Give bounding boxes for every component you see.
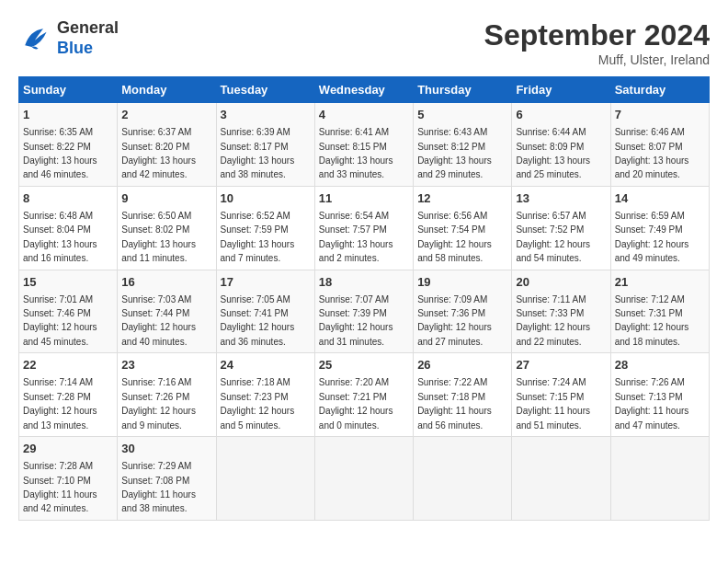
title-block: September 2024 Muff, Ulster, Ireland — [484, 18, 710, 67]
day-cell: 13 Sunrise: 6:57 AMSunset: 7:52 PMDaylig… — [512, 186, 610, 270]
day-info: Sunrise: 6:57 AMSunset: 7:52 PMDaylight:… — [516, 211, 590, 263]
calendar-table: SundayMondayTuesdayWednesdayThursdayFrid… — [18, 76, 710, 521]
day-number: 23 — [121, 357, 211, 373]
day-number: 10 — [221, 190, 311, 207]
day-number: 5 — [417, 107, 507, 123]
day-cell: 1 Sunrise: 6:35 AMSunset: 8:22 PMDayligh… — [19, 103, 118, 187]
day-cell: 26 Sunrise: 7:22 AMSunset: 7:18 PMDaylig… — [414, 353, 512, 437]
day-number: 29 — [23, 441, 113, 457]
day-cell: 10 Sunrise: 6:52 AMSunset: 7:59 PMDaylig… — [216, 186, 314, 270]
day-info: Sunrise: 7:01 AMSunset: 7:46 PMDaylight:… — [23, 294, 97, 347]
column-header-tuesday: Tuesday — [216, 77, 314, 103]
day-cell: 18 Sunrise: 7:07 AMSunset: 7:39 PMDaylig… — [314, 270, 413, 353]
day-cell: 22 Sunrise: 7:14 AMSunset: 7:28 PMDaylig… — [19, 353, 118, 437]
day-number: 18 — [319, 274, 409, 291]
day-number: 17 — [221, 274, 311, 291]
day-number: 1 — [23, 107, 113, 123]
day-info: Sunrise: 6:37 AMSunset: 8:20 PMDaylight:… — [121, 127, 196, 179]
column-header-monday: Monday — [118, 77, 216, 103]
day-cell: 6 Sunrise: 6:44 AMSunset: 8:09 PMDayligh… — [512, 103, 610, 187]
day-number: 9 — [121, 190, 211, 207]
day-info: Sunrise: 7:03 AMSunset: 7:44 PMDaylight:… — [121, 294, 196, 347]
day-info: Sunrise: 6:44 AMSunset: 8:09 PMDaylight:… — [516, 127, 590, 179]
day-info: Sunrise: 7:20 AMSunset: 7:21 PMDaylight:… — [319, 377, 393, 430]
day-info: Sunrise: 7:07 AMSunset: 7:39 PMDaylight:… — [319, 294, 393, 347]
day-info: Sunrise: 6:48 AMSunset: 8:04 PMDaylight:… — [23, 211, 97, 263]
day-number: 28 — [615, 357, 705, 373]
day-number: 4 — [319, 107, 409, 123]
day-number: 21 — [615, 274, 705, 291]
week-row-3: 15 Sunrise: 7:01 AMSunset: 7:46 PMDaylig… — [19, 270, 710, 353]
day-info: Sunrise: 6:50 AMSunset: 8:02 PMDaylight:… — [121, 211, 196, 263]
day-cell: 7 Sunrise: 6:46 AMSunset: 8:07 PMDayligh… — [610, 103, 709, 187]
logo-text: General Blue — [57, 18, 119, 58]
week-row-2: 8 Sunrise: 6:48 AMSunset: 8:04 PMDayligh… — [19, 186, 710, 270]
day-cell — [610, 437, 709, 521]
day-cell: 12 Sunrise: 6:56 AMSunset: 7:54 PMDaylig… — [414, 186, 512, 270]
day-cell: 19 Sunrise: 7:09 AMSunset: 7:36 PMDaylig… — [414, 270, 512, 353]
column-header-wednesday: Wednesday — [314, 77, 413, 103]
day-cell: 20 Sunrise: 7:11 AMSunset: 7:33 PMDaylig… — [512, 270, 610, 353]
day-number: 12 — [417, 190, 507, 207]
day-info: Sunrise: 7:09 AMSunset: 7:36 PMDaylight:… — [417, 294, 492, 347]
day-cell: 2 Sunrise: 6:37 AMSunset: 8:20 PMDayligh… — [118, 103, 216, 187]
day-number: 15 — [23, 274, 113, 291]
day-cell — [512, 437, 610, 521]
calendar-header: SundayMondayTuesdayWednesdayThursdayFrid… — [19, 77, 710, 103]
logo-icon — [18, 22, 51, 55]
day-number: 19 — [417, 274, 507, 291]
day-number: 24 — [221, 357, 311, 373]
day-cell: 14 Sunrise: 6:59 AMSunset: 7:49 PMDaylig… — [610, 186, 709, 270]
day-number: 20 — [516, 274, 606, 291]
day-cell: 28 Sunrise: 7:26 AMSunset: 7:13 PMDaylig… — [610, 353, 709, 437]
week-row-4: 22 Sunrise: 7:14 AMSunset: 7:28 PMDaylig… — [19, 353, 710, 437]
day-info: Sunrise: 7:22 AMSunset: 7:18 PMDaylight:… — [417, 377, 492, 430]
day-info: Sunrise: 6:39 AMSunset: 8:17 PMDaylight:… — [221, 127, 295, 179]
day-cell: 29 Sunrise: 7:28 AMSunset: 7:10 PMDaylig… — [19, 437, 118, 521]
logo: General Blue — [18, 18, 119, 58]
day-number: 7 — [615, 107, 705, 123]
day-cell — [314, 437, 413, 521]
day-cell: 8 Sunrise: 6:48 AMSunset: 8:04 PMDayligh… — [19, 186, 118, 270]
day-cell: 16 Sunrise: 7:03 AMSunset: 7:44 PMDaylig… — [118, 270, 216, 353]
column-header-saturday: Saturday — [610, 77, 709, 103]
day-cell: 11 Sunrise: 6:54 AMSunset: 7:57 PMDaylig… — [314, 186, 413, 270]
day-info: Sunrise: 6:43 AMSunset: 8:12 PMDaylight:… — [417, 127, 492, 179]
day-info: Sunrise: 6:35 AMSunset: 8:22 PMDaylight:… — [23, 127, 97, 179]
day-info: Sunrise: 7:14 AMSunset: 7:28 PMDaylight:… — [23, 377, 97, 430]
day-info: Sunrise: 7:18 AMSunset: 7:23 PMDaylight:… — [221, 377, 295, 430]
day-number: 16 — [121, 274, 211, 291]
day-cell: 9 Sunrise: 6:50 AMSunset: 8:02 PMDayligh… — [118, 186, 216, 270]
day-number: 14 — [615, 190, 705, 207]
day-info: Sunrise: 7:16 AMSunset: 7:26 PMDaylight:… — [121, 377, 196, 430]
day-number: 26 — [417, 357, 507, 373]
day-info: Sunrise: 6:56 AMSunset: 7:54 PMDaylight:… — [417, 211, 492, 263]
day-cell: 30 Sunrise: 7:29 AMSunset: 7:08 PMDaylig… — [118, 437, 216, 521]
column-header-sunday: Sunday — [19, 77, 118, 103]
calendar-body: 1 Sunrise: 6:35 AMSunset: 8:22 PMDayligh… — [19, 103, 710, 521]
day-number: 30 — [121, 441, 211, 457]
column-header-thursday: Thursday — [414, 77, 512, 103]
header-row: SundayMondayTuesdayWednesdayThursdayFrid… — [19, 77, 710, 103]
day-cell: 21 Sunrise: 7:12 AMSunset: 7:31 PMDaylig… — [610, 270, 709, 353]
day-info: Sunrise: 7:26 AMSunset: 7:13 PMDaylight:… — [615, 377, 689, 430]
day-info: Sunrise: 7:28 AMSunset: 7:10 PMDaylight:… — [23, 461, 97, 513]
day-cell: 27 Sunrise: 7:24 AMSunset: 7:15 PMDaylig… — [512, 353, 610, 437]
location: Muff, Ulster, Ireland — [484, 52, 710, 67]
day-info: Sunrise: 7:29 AMSunset: 7:08 PMDaylight:… — [121, 461, 196, 513]
column-header-friday: Friday — [512, 77, 610, 103]
day-info: Sunrise: 7:05 AMSunset: 7:41 PMDaylight:… — [221, 294, 295, 347]
day-cell: 5 Sunrise: 6:43 AMSunset: 8:12 PMDayligh… — [414, 103, 512, 187]
day-cell: 4 Sunrise: 6:41 AMSunset: 8:15 PMDayligh… — [314, 103, 413, 187]
day-cell — [216, 437, 314, 521]
day-number: 2 — [121, 107, 211, 123]
day-cell: 17 Sunrise: 7:05 AMSunset: 7:41 PMDaylig… — [216, 270, 314, 353]
day-number: 11 — [319, 190, 409, 207]
day-info: Sunrise: 6:59 AMSunset: 7:49 PMDaylight:… — [615, 211, 689, 263]
day-number: 25 — [319, 357, 409, 373]
page-header: General Blue September 2024 Muff, Ulster… — [18, 18, 710, 67]
week-row-5: 29 Sunrise: 7:28 AMSunset: 7:10 PMDaylig… — [19, 437, 710, 521]
day-number: 6 — [516, 107, 606, 123]
day-info: Sunrise: 6:52 AMSunset: 7:59 PMDaylight:… — [221, 211, 295, 263]
week-row-1: 1 Sunrise: 6:35 AMSunset: 8:22 PMDayligh… — [19, 103, 710, 187]
